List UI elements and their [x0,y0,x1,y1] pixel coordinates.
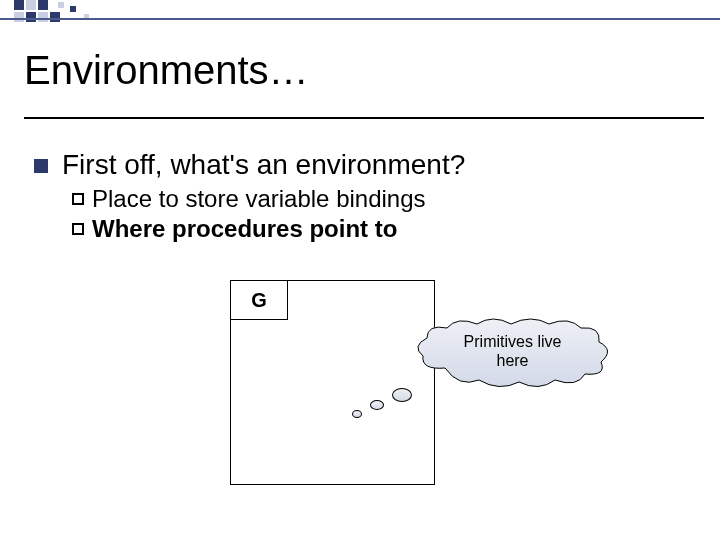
cloud-text: Primitives live here [415,332,610,370]
svg-rect-6 [38,12,48,22]
square-bullet-icon [34,159,48,173]
bullet-level1: First off, what's an environment? [34,149,710,181]
bullet-level1-text: First off, what's an environment? [62,149,465,181]
sub-bullet-1: Place to store variable bindings [72,185,710,213]
hollow-square-bullet-icon [72,223,84,235]
cloud-line2: here [496,352,528,369]
slide-title: Environments… [24,48,710,93]
thought-trail-bubble-icon [392,388,412,402]
top-horizontal-rule [0,18,720,20]
svg-rect-8 [70,6,76,12]
svg-rect-5 [26,12,36,22]
sub-bullet-2-prefix: Where [92,215,165,242]
thought-cloud: Primitives live here [415,318,610,390]
sub-bullet-1-rest: to store variable bindings [152,185,426,212]
sub-bullet-list: Place to store variable bindings Where p… [72,185,710,243]
svg-rect-0 [14,0,24,10]
environment-diagram: G Primitives live here [230,280,610,510]
environment-label-box: G [230,280,288,320]
sub-bullet-1-prefix: Place [92,185,152,212]
cloud-line1: Primitives live [464,333,562,350]
svg-rect-2 [38,0,48,10]
environment-box: G [230,280,435,485]
corner-squares-icon [14,0,114,28]
slide-top-decoration [0,0,720,26]
svg-rect-1 [26,0,36,10]
sub-bullet-1-text: Place to store variable bindings [92,185,426,213]
slide-content: Environments… First off, what's an envir… [24,48,710,245]
sub-bullet-2: Where procedures point to [72,215,710,243]
svg-rect-7 [50,12,60,22]
sub-bullet-2-rest: procedures point to [165,215,397,242]
thought-trail-bubble-icon [370,400,384,410]
title-underline [24,117,704,119]
hollow-square-bullet-icon [72,193,84,205]
svg-rect-3 [58,2,64,8]
svg-rect-4 [14,12,24,22]
thought-trail-bubble-icon [352,410,362,418]
sub-bullet-2-text: Where procedures point to [92,215,397,243]
